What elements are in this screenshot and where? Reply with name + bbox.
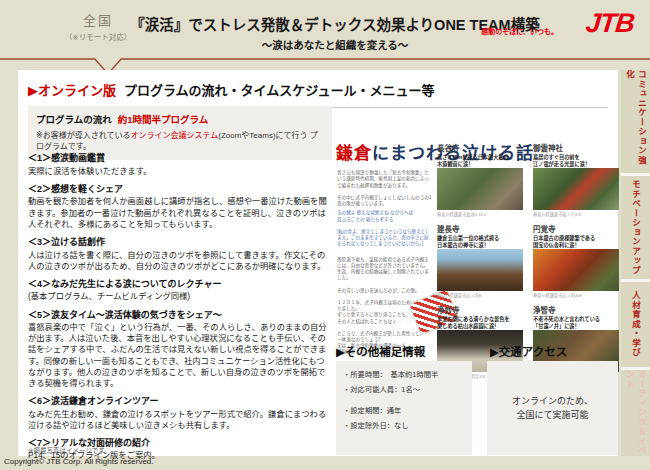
temple-photo — [437, 249, 523, 291]
info-capacity: ・対応可能人員：1名～ — [343, 384, 465, 394]
temple-desc: 鎌倉五山第一位の格式誇る 日本最古の禅寺に涙！ — [437, 235, 523, 248]
temple-name: 浄智寺 — [533, 304, 619, 315]
info-period: ・設定期間：通年 — [343, 405, 465, 415]
temple-address: 神奈川県鎌倉市長谷3-11-2 — [437, 211, 523, 217]
step-2-body: 動画を観た参加者を何人か画面越しに講師が指名し、感想や一番泣けた動画を聞きます。… — [28, 196, 330, 229]
program-flow-label: プログラムの流れ — [36, 114, 112, 125]
temple-address: 神奈川県鎌倉市山ノ内8 — [437, 292, 523, 298]
temple-desc: 日本最古の唐様建築である 国宝の仏舎利に涙！ — [533, 235, 619, 248]
tab-communication[interactable]: コミュニケーション強化 — [621, 70, 650, 176]
online-version-tag: ▶オンライン版 — [28, 83, 116, 98]
tab-hr-development[interactable]: 人材育成・学び — [621, 282, 650, 370]
step-3-title: ＜3＞泣ける話創作 — [28, 237, 330, 249]
section-heading-text: プログラムの流れ・タイムスケジュール・メニュー等 — [124, 83, 434, 98]
step-3: ＜3＞泣ける話創作 人は泣ける話を書く際に、自分の泣きのツボを参照にして書きます… — [28, 237, 330, 272]
program-flow-box: プログラムの流れ約1時間半プログラム ※お客様が導入されているオンライン会議シス… — [28, 106, 332, 160]
step-5-title: ＜5＞涙友タイム～涙活体験の気づきをシェア～ — [28, 310, 330, 322]
story-text: 皆さんも国語で勉強した『新古今和歌集』という鎌倉時代初期、後鳥羽上皇の勅命によっ… — [337, 164, 433, 368]
temple-photo — [437, 168, 523, 210]
step-1-body: 実際に涙活を体験いただきます。 — [28, 166, 330, 177]
temple-address: 神奈川県鎌倉市坂ノ下4-9 — [533, 211, 619, 217]
step-2: ＜2＞感想を軽くシェア 動画を観た参加者を何人か画面越しに講師が指名し、感想や一… — [28, 184, 330, 230]
temple-photo — [533, 249, 619, 291]
jtb-tagline: 感動のそばに、いつも。 — [481, 26, 558, 36]
temple-address: 神奈川県鎌倉市山ノ内409 — [533, 292, 619, 298]
program-flow-note: ※お客様が導入されているオンライン会議システム(ZoomやTeams)にて行う … — [36, 131, 324, 153]
step-4-body: (基本プログラム、チームビルディング同様) — [28, 291, 330, 302]
temple-name: 御霊神社 — [533, 142, 619, 153]
step-2-title: ＜2＞感想を軽くシェア — [28, 184, 330, 196]
temple-name: 円覚寺 — [533, 223, 619, 234]
note-pre: ※お客様が導入されている — [36, 131, 130, 140]
temple-photo — [533, 168, 619, 210]
step-4-title: ＜4＞なみだ先生による涙についてのレクチャー — [28, 279, 330, 291]
program-duration: 約1時間半プログラム — [118, 114, 209, 125]
online-meeting-system-text: オンライン会議システム — [130, 131, 218, 140]
temple-desc: 高さ9.18mを誇る日本最大級の 木造観音に涙！ — [437, 154, 523, 167]
access-text: オンラインのため、 全国にて実施可能 — [512, 394, 593, 423]
category-tab-bar: コミュニケーション強化 モチベーションアップ 人材育成・学び ミーティング＆イベ… — [621, 70, 650, 456]
program-steps: ＜1＞感涙動画鑑賞 実際に涙活を体験いただきます。 ＜2＞感想を軽くシェア 動画… — [28, 153, 330, 469]
step-3-body: 人は泣ける話を書く際に、自分の泣きのツボを参照にして書きます。作文にその人の泣き… — [28, 250, 330, 272]
temple-name: 浄妙寺 — [437, 304, 523, 315]
step-1: ＜1＞感涙動画鑑賞 実際に涙活を体験いただきます。 — [28, 153, 330, 177]
tab-motivation[interactable]: モチベーションアップ — [621, 176, 650, 282]
supplementary-info-heading: ▶その他補足情報 — [336, 343, 425, 359]
info-duration: ・所要時間： 基本約1時間半 — [343, 369, 465, 379]
brochure-page: 全国 （※リモート対応） 『涙活』でストレス発散＆デトックス効果よりONE TE… — [0, 0, 650, 470]
step-5-body: 喜怒哀楽の中で「泣く」という行為が、一番、その人らしさ、ありのままの自分が出ます… — [28, 322, 330, 389]
step-6: ＜6＞涙活鎌倉オンラインツアー なみだ先生お勧め、鎌倉の泣けるスポットをツアー形… — [28, 396, 330, 431]
story-title-kamakura: 鎌倉 — [336, 144, 372, 163]
temple-desc: 不老不死の水と言われている 「甘露ノ井」に涙！ — [533, 316, 619, 329]
access-heading: ▶交通アクセス — [490, 343, 567, 359]
section-heading: ▶オンライン版プログラムの流れ・タイムスケジュール・メニュー等 — [28, 80, 608, 108]
temple-desc: 鳥居のすぐ目の前を 江ノ電が走る光景に涙！ — [533, 154, 619, 167]
info-excluded-days: ・設定除外日：なし — [343, 420, 465, 430]
copyright: Copyright© JTB Corp. All Rights reserved… — [4, 457, 154, 466]
step-6-title: ＜6＞涙活鎌倉オンラインツアー — [28, 396, 330, 408]
temple-engakuji: 円覚寺 日本最古の唐様建築である 国宝の仏舎利に涙！ 神奈川県鎌倉市山ノ内409 — [533, 223, 619, 298]
temple-kenchoji: 建長寺 鎌倉五山第一位の格式誇る 日本最古の禅寺に涙！ 神奈川県鎌倉市山ノ内8 — [437, 223, 523, 298]
step-6-body: なみだ先生お勧め、鎌倉の泣けるスポットをツアー形式で紹介。鎌倉にまつわる泣ける話… — [28, 409, 330, 431]
step-1-title: ＜1＞感涙動画鑑賞 — [28, 153, 330, 165]
story-paragraph-1: 皆さんも国語で勉強した『新古今和歌集』という鎌倉時代初期、後鳥羽上皇の勅命によっ… — [337, 170, 431, 206]
temple-desc: 本堂左側にある清らかな景色を 楽しめる枯山水庭園に涙！ — [437, 316, 523, 329]
supplementary-info-box: ・所要時間： 基本約1時間半 ・対応可能人員：1名～ ・設定期間：通年 ・設定除… — [336, 361, 472, 455]
step-4: ＜4＞なみだ先生による涙についてのレクチャー (基本プログラム、チームビルディン… — [28, 279, 330, 303]
story-poem: 玉の緒よ 絶えなば絶えね ながらへば 忍ぶることの 弱りもぞする [私の命よ、絶… — [337, 210, 433, 247]
photo-disclaimer: ※掲載写真はイメージです。 — [28, 445, 111, 455]
temple-hasedera: 長谷寺 高さ9.18mを誇る日本最大級の 木造観音に涙！ 神奈川県鎌倉市長谷3-… — [437, 142, 523, 217]
program-flow-title: プログラムの流れ約1時間半プログラム — [36, 112, 324, 126]
tab-meeting-event[interactable]: ミーティング＆イベント — [621, 370, 650, 456]
temple-goryo-jinja: 御霊神社 鳥居のすぐ目の前を 江ノ電が走る光景に涙！ 神奈川県鎌倉市坂ノ下4-9 — [533, 142, 619, 217]
temple-name: 長谷寺 — [437, 142, 523, 153]
jtb-logo: JTB — [584, 8, 635, 39]
step-5: ＜5＞涙友タイム～涙活体験の気づきをシェア～ 喜怒哀楽の中で「泣く」という行為が… — [28, 310, 330, 389]
page-subtitle: ～涙はあなたと組織を変える～ — [125, 37, 545, 52]
temple-name: 建長寺 — [437, 223, 523, 234]
access-box: オンラインのため、 全国にて実施可能 — [487, 361, 618, 455]
